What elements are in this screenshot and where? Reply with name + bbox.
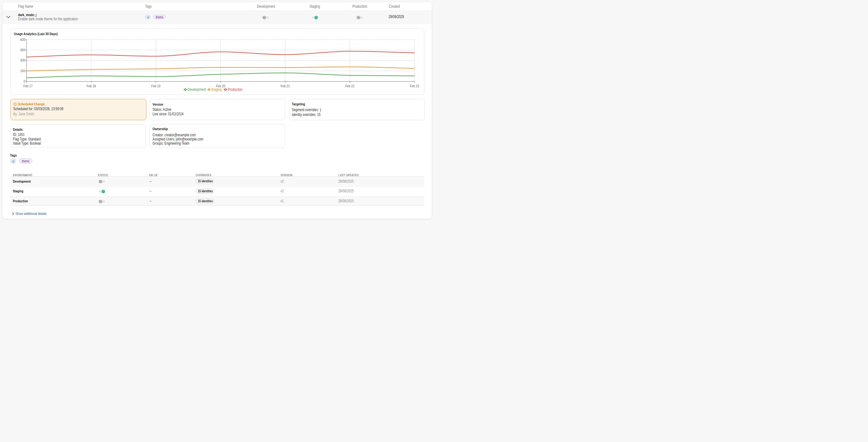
svg-text:Feb 22: Feb 22 <box>345 84 355 88</box>
svg-text:0: 0 <box>24 79 25 83</box>
svg-text:600: 600 <box>20 37 25 41</box>
svg-text:Feb 23: Feb 23 <box>410 84 419 88</box>
svg-text:150: 150 <box>20 69 25 72</box>
svg-text:450: 450 <box>20 48 25 52</box>
svg-text:300: 300 <box>20 58 25 62</box>
svg-text:Feb 17: Feb 17 <box>24 84 33 88</box>
svg-text:Production: Production <box>228 87 243 92</box>
svg-text:Feb 18: Feb 18 <box>87 84 96 88</box>
svg-text:Development: Development <box>188 87 206 92</box>
svg-text:Feb 21: Feb 21 <box>281 84 290 88</box>
svg-text:Staging: Staging <box>211 87 222 92</box>
svg-text:Feb 19: Feb 19 <box>151 84 161 88</box>
